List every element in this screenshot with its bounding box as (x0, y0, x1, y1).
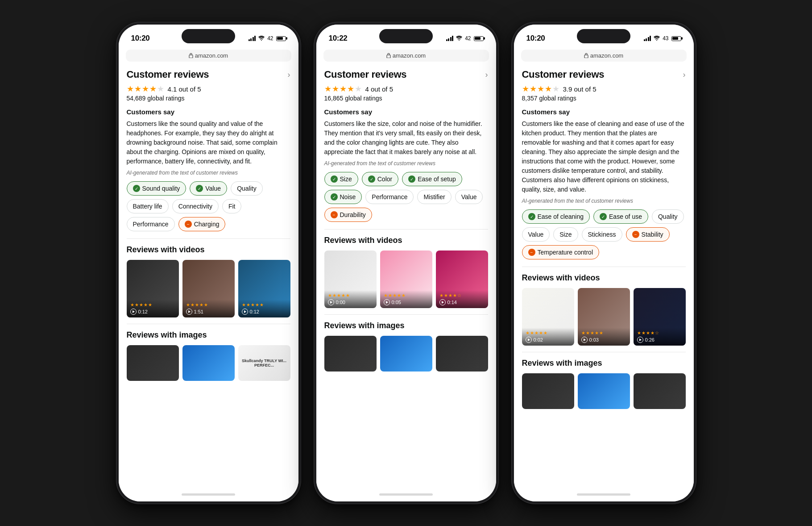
chevron-right-icon[interactable]: › (288, 71, 290, 79)
reviews-images-title: Reviews with images (522, 359, 686, 368)
tag-chip[interactable]: Quality (652, 209, 684, 224)
tag-chip[interactable]: Connectivity (172, 199, 219, 213)
chevron-right-icon[interactable]: › (683, 71, 686, 79)
star-full: ★ (522, 85, 529, 93)
tag-chip[interactable]: Size (553, 227, 578, 242)
play-triangle (584, 338, 586, 341)
negative-tag-icon: − (632, 231, 639, 238)
video-thumbnail[interactable]: ★★★★★ 0:00 (324, 250, 377, 308)
status-icons: 42 (446, 35, 484, 42)
video-star: ★ (337, 293, 341, 298)
address-bar[interactable]: amazon.com (126, 50, 291, 62)
video-star: ★ (642, 330, 646, 335)
screen-content[interactable]: Customer reviews › ★★★★★ 3.9 out of 5 8,… (514, 62, 694, 487)
video-thumbnail[interactable]: ★★★★☆ 0:14 (436, 250, 488, 308)
tag-chip[interactable]: −Stability (626, 227, 670, 242)
play-icon[interactable] (439, 299, 446, 305)
image-thumbnail[interactable] (436, 336, 488, 372)
star-full: ★ (347, 85, 354, 93)
image-thumbnail[interactable] (182, 345, 235, 381)
video-thumbnail[interactable]: ★★★★☆ 0:26 (634, 288, 686, 346)
star-full: ★ (127, 85, 134, 93)
tag-chip[interactable]: ✓Ease of setup (402, 172, 462, 186)
video-overlay: ★★★★☆ 0:14 (436, 290, 488, 308)
home-bar (182, 493, 235, 496)
play-icon[interactable] (637, 337, 643, 343)
tag-chip[interactable]: Quality (231, 181, 263, 196)
tag-label: Stability (642, 231, 663, 238)
tag-chip[interactable]: Value (455, 190, 483, 204)
tag-label: Mistifier (423, 193, 445, 200)
home-indicator (316, 487, 496, 501)
image-thumbnail[interactable] (522, 373, 574, 409)
image-thumbnail[interactable]: Skullcandy TRULY WI... PERFEC... (238, 345, 290, 381)
tag-label: Quality (237, 185, 257, 192)
chevron-right-icon[interactable]: › (485, 71, 488, 79)
video-thumbnail[interactable]: ★★★★★ 1:51 (182, 260, 235, 317)
tag-chip[interactable]: ✓Color (362, 172, 398, 186)
signal-bars-icon (446, 36, 454, 41)
screen-content[interactable]: Customer reviews › ★★★★★ 4 out of 5 16,8… (316, 62, 496, 487)
address-bar[interactable]: amazon.com (323, 50, 489, 62)
video-thumbnail[interactable]: ★★★★★ 0:02 (522, 288, 574, 346)
video-thumbnail[interactable]: ★★★★★ 0:12 (238, 260, 290, 317)
video-star: ★ (186, 302, 190, 307)
play-icon[interactable] (328, 299, 334, 305)
play-icon[interactable] (384, 299, 390, 305)
tag-chip[interactable]: −Temperature control (522, 245, 600, 259)
image-thumbnail[interactable] (324, 336, 377, 372)
play-icon[interactable] (242, 309, 248, 315)
play-icon[interactable] (130, 309, 137, 315)
image-thumbnail[interactable] (578, 373, 630, 409)
address-text: amazon.com (393, 52, 426, 59)
video-thumbnail[interactable]: ★★★★★ 0:05 (380, 250, 432, 308)
tag-chip[interactable]: Battery life (127, 199, 169, 213)
tag-chip[interactable]: ✓Noise (324, 190, 362, 204)
tag-chip[interactable]: ✓Sound quality (127, 181, 186, 196)
image-thumbnail[interactable] (127, 345, 179, 381)
tag-chip[interactable]: ✓Size (324, 172, 358, 186)
video-duration-row: 0:14 (439, 299, 485, 305)
play-icon[interactable] (526, 337, 532, 343)
tag-chip[interactable]: −Charging (178, 217, 226, 231)
status-icons: 43 (644, 35, 681, 42)
video-star: ★ (393, 293, 397, 298)
tag-label: Performance (133, 221, 169, 228)
battery-body (671, 36, 681, 41)
section-divider-2 (522, 352, 686, 352)
wifi-icon (654, 36, 660, 42)
wifi-icon (456, 36, 462, 42)
screen-content[interactable]: Customer reviews › ★★★★★ 4.1 out of 5 54… (119, 62, 298, 487)
tag-chip[interactable]: ✓Ease of cleaning (522, 209, 590, 224)
tag-chip[interactable]: Fit (222, 199, 242, 213)
address-bar[interactable]: amazon.com (521, 50, 687, 62)
tag-chip[interactable]: ✓Ease of use (593, 209, 648, 224)
customers-say-title: Customers say (127, 108, 290, 116)
tag-label: Stickiness (588, 231, 616, 238)
status-time: 10:20 (131, 34, 150, 43)
play-triangle (528, 338, 530, 341)
tag-chip[interactable]: Performance (127, 217, 175, 231)
play-icon[interactable] (186, 309, 192, 315)
tag-chip[interactable]: −Durability (324, 208, 372, 222)
video-star: ★ (534, 330, 539, 335)
video-thumbnail[interactable]: ★★★★★ 0:12 (127, 260, 179, 317)
video-star: ★ (526, 330, 530, 335)
video-star: ★ (139, 302, 143, 307)
play-triangle (386, 301, 388, 304)
image-thumbnail[interactable] (380, 336, 432, 372)
star-full: ★ (324, 85, 331, 93)
tag-chip[interactable]: Value (522, 227, 550, 242)
section-divider (127, 238, 290, 239)
signal-bars-icon (644, 36, 651, 41)
play-icon[interactable] (581, 337, 588, 343)
image-thumbnail[interactable] (634, 373, 686, 409)
tag-chip[interactable]: ✓Value (190, 181, 227, 196)
tag-chip[interactable]: Stickiness (582, 227, 622, 242)
star-half: ★ (545, 85, 552, 93)
tag-chip[interactable]: Performance (365, 190, 414, 204)
video-thumbnail[interactable]: ★★★★★ 0:03 (578, 288, 630, 346)
image-label: Skullcandy TRULY WI... PERFEC... (238, 359, 290, 367)
video-star: ☆ (655, 330, 659, 335)
tag-chip[interactable]: Mistifier (417, 190, 451, 204)
